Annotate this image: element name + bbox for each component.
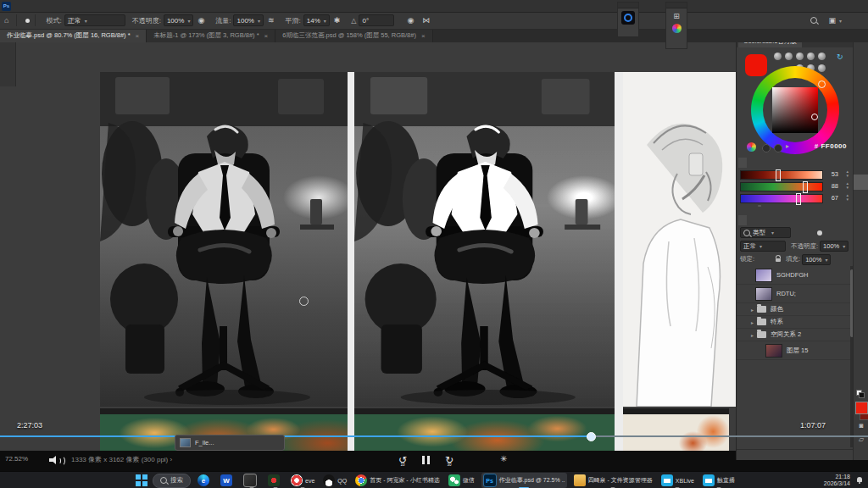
menu-item[interactable]	[111, 4, 123, 12]
taskbar-app-photoshop[interactable]: Ps 作业临摹.psd @ 72.5% ..	[481, 473, 567, 488]
panel-tab[interactable]	[738, 215, 747, 225]
color-mode-chip[interactable]	[740, 205, 743, 207]
coolorus-option-button[interactable]	[774, 144, 782, 152]
close-tab-icon[interactable]: ×	[136, 32, 140, 40]
eyedropper-tool[interactable]	[854, 144, 868, 159]
taskbar-app-explorer[interactable]: 四畸泉 - 文件资源管理器	[572, 473, 654, 488]
size-pressure-icon[interactable]: ◉	[403, 16, 418, 25]
restore-button[interactable]	[851, 12, 868, 24]
default-colors-icon[interactable]	[856, 390, 865, 398]
lasso-tool[interactable]	[854, 68, 868, 83]
layer-opacity-select[interactable]: 100%	[820, 241, 849, 252]
slider-handle[interactable]	[776, 169, 781, 181]
taskbar-app-wechat[interactable]: 微信	[447, 473, 476, 488]
filter-toggle-icon[interactable]	[817, 230, 822, 236]
expand-arrow-icon[interactable]: ▸	[751, 332, 757, 338]
coolorus-panel-icon[interactable]	[621, 11, 635, 25]
lock-all-icon[interactable]	[776, 255, 781, 262]
quick-mask-icon[interactable]: ◙	[854, 422, 868, 430]
coolorus-preset-button[interactable]	[818, 53, 826, 60]
notification-bell-icon[interactable]	[856, 477, 863, 484]
layer-row[interactable]: ▸ 特系	[737, 316, 850, 329]
layer-row[interactable]: ▸ 空间关系 2	[737, 329, 850, 341]
zoom-tool[interactable]	[854, 358, 868, 373]
grid-panel-icon[interactable]: ⊞	[668, 10, 685, 22]
layer-name[interactable]: 图层 15	[787, 347, 808, 355]
airbrush-icon[interactable]: ≋	[264, 16, 279, 25]
hex-color-value[interactable]: # FF0000	[815, 142, 847, 150]
saturation-value-square[interactable]	[772, 87, 818, 133]
brush-preview-icon[interactable]	[25, 19, 30, 23]
hand-tool[interactable]	[854, 342, 868, 358]
slider-track[interactable]	[740, 194, 823, 203]
menu-item[interactable]	[147, 4, 159, 12]
type-tool[interactable]	[854, 297, 868, 312]
foreground-color-swatch[interactable]	[855, 402, 868, 414]
taskbar-app-edge[interactable]: e	[196, 473, 214, 488]
coolorus-option-button[interactable]	[762, 144, 771, 152]
taskbar-search[interactable]: 搜索	[153, 474, 191, 488]
canvas-painting-grayscale-1[interactable]	[100, 72, 348, 407]
layer-name[interactable]: SGHDFGH	[776, 271, 809, 279]
document-tab[interactable]: 6期临三张范画.psd @ 158% (图层 55, RGB/8#) ×	[275, 29, 432, 42]
taskbar-app-eve[interactable]: eve	[289, 473, 316, 488]
color-mode-chip[interactable]	[752, 205, 755, 207]
stepper-icon[interactable]: ▴▾	[846, 169, 849, 178]
close-button[interactable]	[851, 24, 868, 36]
brush-angle-input[interactable]: 0°	[359, 14, 394, 26]
blend-mode-select[interactable]: 正常	[64, 14, 125, 26]
canvas-color-thumbnail-2[interactable]	[354, 408, 615, 451]
blur-tool[interactable]	[854, 251, 868, 266]
color-mode-chip[interactable]	[764, 205, 767, 207]
coolorus-preset-button[interactable]	[774, 53, 782, 60]
coolorus-preset-button[interactable]	[796, 53, 804, 60]
layer-thumbnail[interactable]	[765, 344, 782, 358]
history-brush-tool[interactable]	[854, 205, 868, 220]
marquee-tool[interactable]	[854, 53, 868, 68]
zoom-level[interactable]: 72.52%	[5, 455, 28, 463]
layer-blend-select[interactable]: 正常	[740, 241, 786, 252]
current-color-swatch[interactable]	[745, 54, 767, 76]
layer-thumbnail[interactable]	[755, 269, 772, 282]
menu-item[interactable]	[28, 4, 40, 12]
menu-item[interactable]	[52, 4, 64, 12]
search-icon[interactable]	[810, 17, 817, 24]
symmetry-icon[interactable]: ⋈	[418, 16, 434, 25]
eraser-tool[interactable]	[854, 220, 868, 236]
slider-track[interactable]	[740, 170, 823, 180]
color-mode-chip[interactable]	[758, 205, 761, 207]
panel-tab[interactable]	[747, 158, 755, 168]
taskbar-app-qq[interactable]: QQ	[321, 473, 348, 488]
polygonal-lasso-tool[interactable]	[854, 83, 868, 98]
taskbar-app-blive[interactable]: 触直播	[701, 473, 737, 488]
panel-tab[interactable]	[747, 215, 755, 225]
smoothing-options-icon[interactable]: ✱	[330, 16, 345, 25]
color-mode-chip[interactable]	[770, 205, 773, 207]
document-tab[interactable]: 未标题-1 @ 173% (图层 3, RGB/8#) * ×	[147, 29, 275, 42]
slider-track[interactable]	[740, 182, 823, 191]
opacity-pressure-icon[interactable]: ◉	[193, 16, 209, 25]
refresh-icon[interactable]: ↻	[837, 53, 843, 61]
brush-settings-icon[interactable]	[0, 46, 15, 59]
coolorus-preset-button[interactable]	[818, 64, 826, 72]
forward-30-button[interactable]: ↻30	[445, 455, 453, 465]
layer-name[interactable]: RDTU;	[776, 290, 796, 297]
dodge-tool[interactable]	[854, 266, 868, 281]
clone-stamp-tool[interactable]	[854, 190, 868, 205]
menu-item[interactable]	[135, 4, 147, 12]
hue-marker[interactable]	[818, 80, 826, 88]
menu-item[interactable]	[75, 4, 87, 12]
panel-grip[interactable]	[618, 3, 638, 8]
document-info[interactable]: 1333 像素 x 3162 像素 (300 ppi) ›	[71, 455, 172, 464]
layer-row[interactable]: ▸ 颜色	[737, 303, 850, 316]
color-slider[interactable]: 67 ▴▾	[740, 193, 850, 203]
menu-item[interactable]	[123, 4, 135, 12]
gradient-tool[interactable]	[854, 236, 868, 251]
stepper-icon[interactable]: ▴▾	[846, 181, 849, 190]
stepper-icon[interactable]: ▴▾	[846, 193, 849, 202]
close-tab-icon[interactable]: ×	[264, 32, 269, 40]
slider-handle[interactable]	[803, 181, 808, 193]
home-icon[interactable]: ⌂	[0, 16, 13, 25]
layer-row[interactable]: ▸ 图层 15	[737, 341, 850, 360]
path-select-tool[interactable]	[854, 312, 868, 327]
